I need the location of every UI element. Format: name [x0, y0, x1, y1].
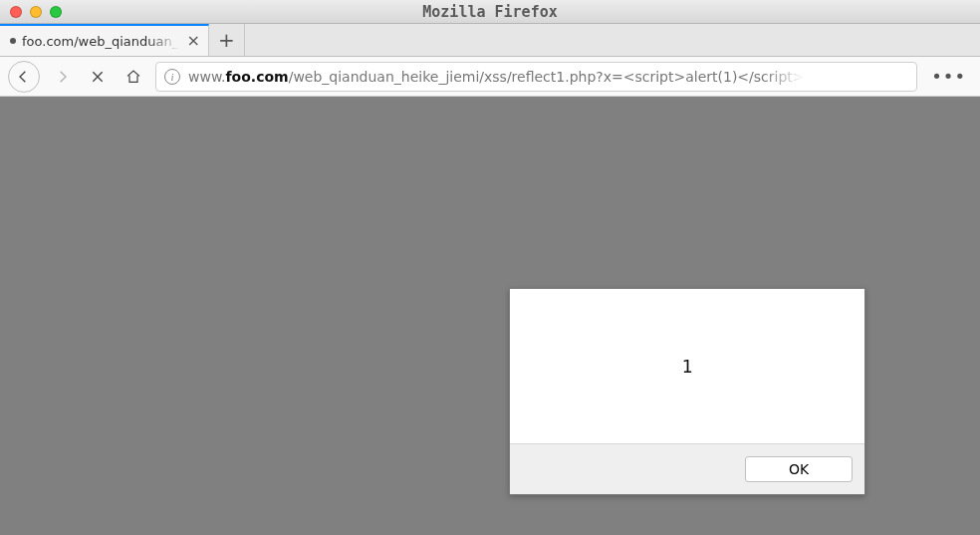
back-button[interactable]	[8, 61, 40, 93]
new-tab-button[interactable]: +	[209, 24, 245, 56]
url-prefix: www.	[188, 69, 226, 85]
url-path: /web_qianduan_heike_jiemi/xss/reflect1.p…	[289, 69, 805, 85]
more-icon: •••	[931, 66, 966, 87]
maximize-window-icon[interactable]	[50, 6, 62, 18]
tab-loading-dot-icon	[10, 38, 16, 44]
site-info-icon[interactable]: i	[164, 69, 180, 85]
tab-strip: foo.com/web_qianduan_heike_jiemi/xss/ref…	[0, 24, 980, 57]
close-window-icon[interactable]	[10, 6, 22, 18]
tab-active[interactable]: foo.com/web_qianduan_heike_jiemi/xss/ref…	[0, 24, 209, 56]
window-titlebar: Mozilla Firefox	[0, 0, 980, 24]
alert-ok-button[interactable]: OK	[745, 456, 853, 482]
stop-button[interactable]	[84, 63, 112, 91]
url-domain: foo.com	[226, 69, 289, 85]
home-icon	[125, 69, 141, 85]
url-bar[interactable]: i www.foo.com/web_qianduan_heike_jiemi/x…	[155, 62, 917, 92]
back-arrow-icon	[16, 69, 32, 85]
window-controls	[0, 6, 62, 18]
nav-toolbar: i www.foo.com/web_qianduan_heike_jiemi/x…	[0, 57, 980, 97]
alert-message: 1	[510, 289, 864, 443]
alert-footer: OK	[510, 443, 864, 494]
alert-dialog: 1 OK	[509, 288, 865, 495]
forward-arrow-icon	[54, 69, 70, 85]
stop-icon	[90, 69, 106, 85]
home-button[interactable]	[120, 63, 147, 91]
tab-label: foo.com/web_qianduan_heike_jiemi/xss/ref…	[22, 34, 179, 49]
plus-icon: +	[218, 28, 235, 52]
minimize-window-icon[interactable]	[30, 6, 42, 18]
close-tab-icon[interactable]: ×	[185, 33, 202, 49]
page-actions-button[interactable]: •••	[925, 66, 972, 87]
url-text: www.foo.com/web_qianduan_heike_jiemi/xss…	[188, 69, 805, 85]
forward-button	[48, 63, 76, 91]
window-title: Mozilla Firefox	[422, 3, 557, 21]
